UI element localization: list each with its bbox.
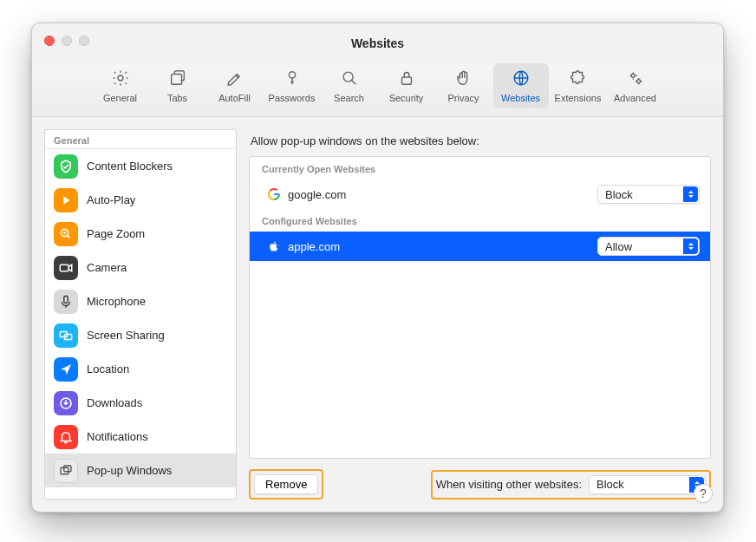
traffic-lights: [44, 36, 89, 46]
select-value: Allow: [605, 240, 632, 253]
website-domain: google.com: [288, 188, 346, 201]
sidebar-item-page-zoom[interactable]: Page Zoom: [45, 217, 236, 251]
puzzle-icon: [567, 67, 590, 89]
help-button[interactable]: ?: [694, 484, 713, 503]
toolbar-tab-search[interactable]: Search: [322, 63, 377, 108]
select-value: Block: [596, 478, 624, 491]
svg-point-7: [636, 80, 640, 83]
shield-check-icon: [54, 154, 78, 179]
sidebar-item-label: Location: [87, 362, 129, 375]
sidebar-item-label: Downloads: [87, 396, 142, 409]
toolbar-tab-passwords[interactable]: Passwords: [264, 63, 320, 108]
preferences-toolbar: General Tabs AutoFill Passwords Search: [32, 63, 723, 117]
svg-rect-9: [60, 264, 68, 271]
camera-icon: [54, 256, 78, 280]
lock-icon: [395, 67, 418, 89]
sidebar-item-location[interactable]: Location: [45, 352, 236, 386]
sidebar-item-label: Auto-Play: [87, 193, 135, 206]
website-setting-select[interactable]: Allow: [597, 237, 700, 256]
svg-rect-15: [64, 466, 71, 472]
screens-icon: [54, 323, 78, 348]
toolbar-tab-security[interactable]: Security: [379, 63, 434, 108]
svg-rect-4: [401, 77, 411, 84]
toolbar-tab-autofill[interactable]: AutoFill: [207, 63, 263, 108]
website-row[interactable]: google.com Block: [250, 180, 710, 209]
sidebar-item-screen-sharing[interactable]: Screen Sharing: [45, 318, 236, 352]
sidebar-item-label: Camera: [87, 261, 127, 274]
gear-icon: [109, 67, 132, 89]
play-icon: [54, 188, 78, 212]
list-section-configured: Configured Websites: [250, 209, 710, 232]
default-setting-highlight: When visiting other websites: Block: [431, 470, 711, 500]
google-favicon-icon: [267, 187, 281, 201]
window-title: Websites: [351, 36, 404, 50]
chevron-up-down-icon: [683, 186, 698, 202]
sidebar-item-auto-play[interactable]: Auto-Play: [45, 183, 236, 217]
pane-heading: Allow pop-up windows on the websites bel…: [249, 129, 711, 156]
toolbar-tab-label: General: [103, 93, 137, 103]
globe-icon: [510, 67, 532, 89]
sidebar-item-label: Microphone: [87, 295, 146, 308]
bell-icon: [54, 425, 78, 449]
gears-icon: [624, 67, 647, 89]
zoom-window-button[interactable]: [79, 36, 89, 46]
preferences-window: Websites General Tabs AutoFill Pass: [31, 23, 724, 513]
list-section-open: Currently Open Websites: [250, 157, 710, 180]
toolbar-tab-label: Privacy: [447, 93, 479, 103]
sidebar-item-popup-windows[interactable]: Pop-up Windows: [45, 454, 236, 487]
toolbar-tab-label: Search: [334, 93, 364, 103]
search-icon: [338, 67, 361, 89]
download-icon: [54, 391, 78, 415]
toolbar-tab-label: Security: [389, 93, 424, 103]
svg-rect-1: [171, 74, 181, 84]
sidebar-item-label: Notifications: [87, 430, 148, 443]
default-setting-select[interactable]: Block: [589, 475, 706, 494]
pane-footer: Remove When visiting other websites: Blo…: [249, 459, 711, 500]
remove-highlight: Remove: [249, 469, 323, 500]
toolbar-tab-label: Advanced: [614, 93, 656, 103]
toolbar-tab-privacy[interactable]: Privacy: [436, 63, 492, 108]
svg-rect-10: [64, 296, 68, 303]
toolbar-tab-label: Tabs: [167, 93, 187, 103]
toolbar-tab-extensions[interactable]: Extensions: [551, 63, 606, 108]
titlebar: Websites: [32, 23, 723, 63]
website-setting-select[interactable]: Block: [597, 185, 700, 204]
windows-icon: [54, 459, 78, 483]
apple-favicon-icon: [267, 239, 281, 253]
remove-button[interactable]: Remove: [254, 474, 318, 494]
key-icon: [281, 67, 303, 89]
tabs-icon: [166, 67, 189, 89]
toolbar-tab-label: Websites: [501, 93, 540, 103]
content-area: General Content Blockers Auto-Play Page …: [32, 117, 723, 512]
toolbar-tab-advanced[interactable]: Advanced: [608, 63, 663, 108]
toolbar-tab-general[interactable]: General: [93, 63, 148, 108]
pencil-icon: [224, 67, 246, 89]
close-window-button[interactable]: [44, 36, 55, 46]
toolbar-tab-websites[interactable]: Websites: [493, 63, 549, 108]
sidebar-item-label: Pop-up Windows: [87, 464, 172, 477]
location-arrow-icon: [54, 357, 78, 382]
sidebar-item-downloads[interactable]: Downloads: [45, 386, 236, 420]
toolbar-tab-tabs[interactable]: Tabs: [150, 63, 205, 108]
sidebar-item-label: Screen Sharing: [87, 329, 165, 342]
svg-point-0: [118, 75, 123, 81]
toolbar-tab-label: Passwords: [269, 93, 316, 103]
sidebar-item-camera[interactable]: Camera: [45, 251, 236, 284]
sidebar-section-header: General: [45, 130, 236, 149]
settings-pane: Allow pop-up windows on the websites bel…: [249, 129, 711, 500]
svg-point-2: [289, 72, 295, 78]
website-row[interactable]: apple.com Allow: [250, 232, 710, 261]
minimize-window-button[interactable]: [62, 36, 72, 46]
zoom-icon: [54, 222, 78, 246]
sidebar-item-content-blockers[interactable]: Content Blockers: [45, 149, 236, 183]
sidebar-item-notifications[interactable]: Notifications: [45, 420, 236, 454]
sidebar-item-microphone[interactable]: Microphone: [45, 284, 236, 318]
microphone-icon: [54, 290, 78, 314]
website-domain: apple.com: [288, 240, 340, 253]
svg-point-6: [631, 74, 635, 77]
sidebar-item-label: Page Zoom: [87, 227, 145, 240]
sidebar-item-label: Content Blockers: [87, 160, 173, 173]
svg-point-3: [343, 72, 353, 82]
toolbar-tab-label: AutoFill: [218, 93, 251, 103]
hand-icon: [453, 67, 475, 89]
